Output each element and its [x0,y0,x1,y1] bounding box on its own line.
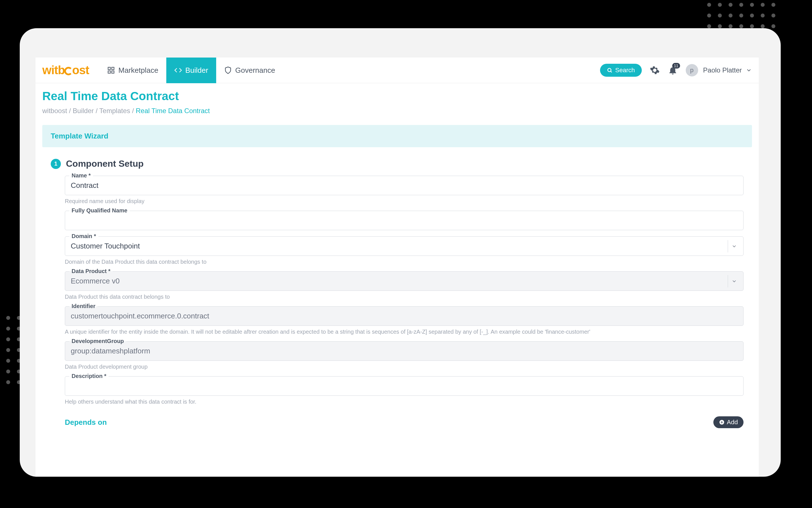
page-title: Real Time Data Contract [42,89,752,103]
notification-badge: 11 [672,63,680,69]
component-setup-form: Name * Required name used for display Fu… [42,176,752,430]
nav-marketplace-label: Marketplace [118,66,158,75]
gear-icon [650,65,660,75]
domain-label: Domain * [69,233,98,240]
description-label: Description * [69,373,108,379]
svg-rect-0 [108,68,110,70]
devgroup-label: DevelopmentGroup [69,338,126,344]
code-icon [174,66,182,74]
app-window: witbost Marketplace Builder Governance S… [36,57,759,477]
svg-point-4 [608,68,611,72]
field-identifier: Identifier [65,306,744,326]
decorative-dots-top [707,3,775,28]
decorative-dots-left [6,316,21,384]
nav-governance-label: Governance [235,66,275,75]
page-content: Real Time Data Contract witboost / Build… [36,83,759,434]
identifier-help: A unique identifier for the entity insid… [65,329,744,335]
field-fqn: Fully Qualified Name [65,211,744,230]
name-label: Name * [69,172,93,179]
field-domain: Domain * [65,237,744,256]
nav-builder[interactable]: Builder [166,57,216,83]
name-help: Required name used for display [65,198,744,205]
nav-governance[interactable]: Governance [216,57,283,83]
svg-line-5 [611,71,612,72]
search-label: Search [615,67,635,74]
domain-help: Domain of the Data Product this data con… [65,259,744,265]
username[interactable]: Paolo Platter [703,66,742,74]
svg-rect-1 [111,68,114,70]
depends-on-label: Depends on [65,418,107,427]
topbar: witbost Marketplace Builder Governance S… [36,57,759,83]
template-wizard-banner: Template Wizard [42,125,752,147]
search-icon [607,68,613,73]
svg-rect-2 [108,71,110,73]
grid-icon [107,66,115,74]
identifier-label: Identifier [69,303,98,309]
description-input[interactable] [65,376,744,396]
devgroup-input [65,341,744,361]
fqn-input[interactable] [65,211,744,230]
field-name: Name * [65,176,744,195]
fqn-label: Fully Qualified Name [69,207,130,214]
section-header: 1 Component Setup [51,159,752,169]
dataproduct-help: Data Product this data contract belongs … [65,294,744,300]
domain-select[interactable] [65,237,744,256]
crumb-root[interactable]: witboost [42,107,67,115]
crumb-templates[interactable]: Templates [99,107,130,115]
crumb-current: Real Time Data Contract [136,107,210,115]
step-number: 1 [51,159,61,169]
settings-button[interactable] [650,65,660,75]
field-description: Description * [65,376,744,396]
nav-builder-label: Builder [185,66,208,75]
avatar[interactable]: p [686,64,698,77]
identifier-input [65,306,744,326]
devgroup-help: Data Product development group [65,364,744,370]
add-label: Add [727,419,738,426]
section-title: Component Setup [66,159,144,169]
chevron-down-icon[interactable] [746,67,752,73]
name-input[interactable] [65,176,744,195]
browser-frame: witbost Marketplace Builder Governance S… [20,28,781,477]
notifications-button[interactable]: 11 [668,65,678,75]
depends-on-row: Depends on Add [65,416,744,430]
nav-marketplace[interactable]: Marketplace [99,57,166,83]
plus-circle-icon [719,419,725,425]
add-button[interactable]: Add [713,416,744,428]
field-dataproduct: Data Product * [65,271,744,291]
crumb-builder[interactable]: Builder [73,107,94,115]
shield-icon [224,66,232,74]
logo[interactable]: witbost [42,64,89,77]
breadcrumb: witboost / Builder / Templates / Real Ti… [42,107,752,115]
svg-rect-3 [111,71,114,73]
dataproduct-label: Data Product * [69,268,113,274]
description-help: Help others understand what this data co… [65,398,744,405]
dataproduct-select [65,271,744,291]
field-devgroup: DevelopmentGroup [65,341,744,361]
search-button[interactable]: Search [600,64,642,77]
